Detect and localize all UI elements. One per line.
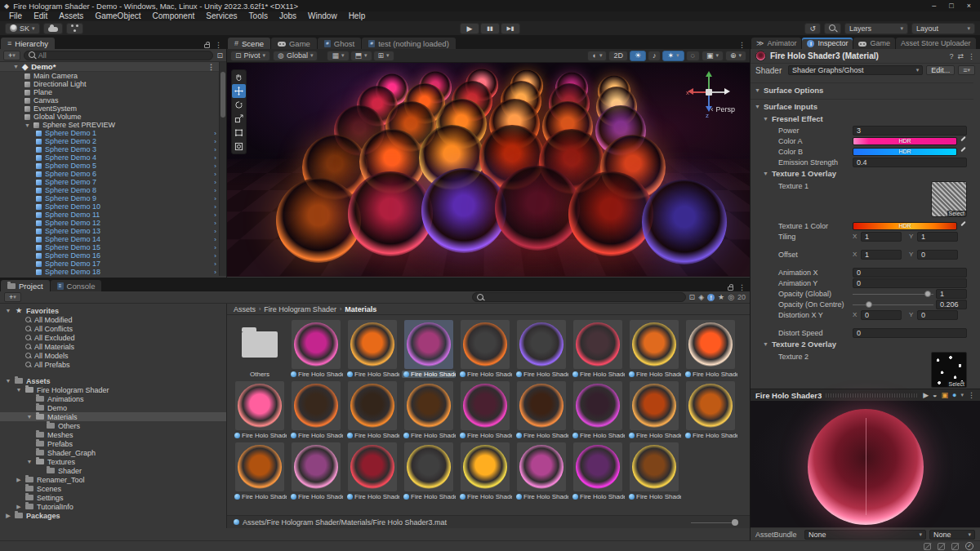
hierarchy-item-prefab[interactable]: Sphere Demo 4› — [0, 153, 226, 162]
hierarchy-add-button[interactable]: + ▾ — [3, 51, 20, 60]
asset-material[interactable]: Fire Holo Shader11 — [346, 381, 399, 439]
hierarchy-item[interactable]: ▼Sphere Set PREVIEW — [0, 121, 226, 129]
play-button[interactable]: ▶ — [460, 23, 479, 34]
asset-material[interactable]: Fire Holo Shader5 — [515, 320, 568, 378]
shader-menu-button[interactable]: ≡▾ — [958, 65, 975, 75]
tree-item-shader-graph[interactable]: Shader_Graph — [0, 448, 226, 457]
asset-material[interactable]: Fire Holo Shader12 — [403, 381, 455, 439]
texture-select-button[interactable]: Select — [947, 381, 966, 387]
hierarchy-search-input[interactable]: All — [24, 51, 214, 60]
scene-sphere[interactable] — [568, 171, 653, 256]
global-dropdown[interactable]: ◍Global▾ — [273, 51, 318, 61]
tab-project[interactable]: Project — [1, 280, 50, 291]
hierarchy-item-prefab[interactable]: Sphere Demo 14› — [0, 235, 226, 243]
close-button[interactable]: × — [967, 2, 971, 10]
hierarchy-item[interactable]: Plane — [0, 88, 226, 96]
eyedropper-icon[interactable] — [960, 222, 967, 229]
chevron-down-icon[interactable]: ▾ — [960, 392, 964, 398]
material-preview[interactable] — [751, 401, 980, 527]
scene-header-row[interactable]: ▼ ◆ Demo* ⋮ — [0, 62, 226, 72]
slider-track[interactable] — [853, 300, 933, 309]
asset-material[interactable]: Fire Holo Shader21 — [403, 442, 455, 500]
pause-button[interactable]: ▮▮ — [480, 23, 500, 34]
asset-material[interactable]: Fire Holo Shader18 — [234, 442, 286, 500]
asset-material[interactable]: Fire Holo Shader8 — [684, 320, 737, 378]
menu-window[interactable]: Window — [302, 11, 343, 21]
auto-lighting-off-icon[interactable] — [924, 543, 931, 550]
tree-item-favorites[interactable]: ▼★Favorites — [0, 306, 226, 315]
tree-item-all-models[interactable]: All Models — [0, 351, 226, 360]
preview-shaded-icon[interactable]: ◒ — [933, 391, 937, 399]
picker-icon[interactable]: ⊡ — [216, 51, 223, 60]
y-field[interactable]: 0 — [917, 310, 958, 320]
tree-item-meshes[interactable]: Meshes — [0, 430, 226, 439]
y-field[interactable]: 1 — [917, 232, 958, 242]
x-field[interactable]: 1 — [861, 232, 902, 242]
color-swatch[interactable]: HDR — [853, 148, 957, 156]
asset-material[interactable]: Fire Holo Shader1 — [290, 320, 342, 378]
undo-history-button[interactable]: ↺ — [804, 23, 821, 34]
tab-console[interactable]: ≡ Console — [51, 280, 102, 291]
search-save-icon[interactable]: ! — [707, 294, 715, 301]
account-button[interactable]: SK ▾ — [5, 23, 40, 34]
hierarchy-item-prefab[interactable]: Sphere Demo 2› — [0, 137, 226, 145]
menu-jobs[interactable]: Jobs — [274, 11, 302, 21]
menu-file[interactable]: File — [3, 11, 28, 21]
tree-item-textures[interactable]: ▼Textures — [0, 457, 226, 466]
presets-icon[interactable]: ⇄ — [957, 52, 964, 60]
scene-sphere[interactable] — [642, 180, 727, 264]
scene-sphere[interactable] — [348, 171, 433, 256]
tree-item-animations[interactable]: Animations — [0, 394, 226, 403]
tree-item-materials[interactable]: ▼Materials — [0, 412, 226, 421]
hierarchy-item-prefab[interactable]: Sphere Demo 13› — [0, 227, 226, 235]
tab-game[interactable]: Game — [853, 38, 895, 49]
asset-material[interactable]: Fire Holo Shader17 — [684, 381, 737, 439]
hierarchy-scrollbar[interactable] — [219, 62, 226, 276]
hierarchy-item[interactable]: EventSystem — [0, 104, 226, 113]
hierarchy-item-prefab[interactable]: Sphere Demo 11› — [0, 211, 226, 219]
favorite-search-icon[interactable]: ★ — [718, 293, 724, 301]
menu-assets[interactable]: Assets — [53, 11, 89, 21]
hierarchy-item-prefab[interactable]: Sphere Demo 1› — [0, 129, 226, 137]
help-icon[interactable]: ? — [949, 52, 953, 60]
shader-dropdown[interactable]: Shader Graphs/Ghost ▾ — [788, 65, 923, 75]
tab-hierarchy[interactable]: ≡ Hierarchy — [1, 38, 55, 49]
menu-services[interactable]: Services — [200, 11, 243, 21]
slider-value-field[interactable]: 1 — [936, 289, 967, 299]
texture-thumbnail[interactable]: Select — [931, 352, 967, 388]
search-button[interactable] — [824, 23, 841, 34]
hierarchy-item[interactable]: Main Camera — [0, 72, 226, 80]
assetbundle-dropdown[interactable]: None ▾ — [804, 530, 926, 540]
tab-test[interactable]: #test (nothing loaded) — [362, 38, 456, 49]
value-field[interactable]: 0 — [853, 268, 967, 278]
gizmo-center[interactable] — [706, 89, 712, 96]
tab-inspector[interactable]: iInspector — [802, 38, 853, 49]
project-add-button[interactable]: + ▾ — [4, 292, 21, 302]
menu-tools[interactable]: Tools — [243, 11, 274, 21]
rotate-tool[interactable] — [232, 98, 246, 112]
tree-item-all-modified[interactable]: All Modified — [0, 315, 226, 324]
eyedropper-icon[interactable] — [960, 148, 967, 155]
hierarchy-item[interactable]: Global Volume — [0, 113, 226, 121]
color-swatch[interactable]: HDR — [853, 222, 957, 230]
asset-material[interactable]: Fire Holo Shader9 — [234, 381, 286, 439]
asset-material[interactable]: Fire Holo Shader2 — [346, 320, 399, 378]
search-by-type-icon[interactable]: ⊡ — [689, 293, 696, 301]
asset-material[interactable]: Fire Holo Shader16 — [628, 381, 680, 439]
value-field[interactable]: 0.4 — [853, 158, 967, 167]
hierarchy-item-prefab[interactable]: Sphere Demo 7› — [0, 178, 226, 186]
hierarchy-item-prefab[interactable]: Sphere Demo 10› — [0, 202, 226, 211]
hierarchy-item-prefab[interactable]: Sphere Demo 6› — [0, 170, 226, 178]
slider-knob[interactable] — [924, 291, 931, 297]
asset-material[interactable]: Fire Holo Shader3 — [403, 320, 455, 378]
asset-material[interactable]: Fire Holo Shader... — [346, 442, 399, 500]
value-field[interactable]: 3 — [853, 126, 967, 136]
slider-track[interactable] — [853, 290, 933, 298]
preview-drag-handle[interactable] — [826, 393, 919, 398]
camera-dropdown[interactable]: ▣▾ — [702, 51, 724, 61]
tree-item-all-materials[interactable]: All Materials — [0, 342, 226, 351]
section-surface-inputs[interactable]: ▼Surface Inputs — [751, 99, 973, 113]
asset-material[interactable]: Fire Holo Shader... — [515, 442, 568, 500]
asset-material[interactable]: Fire Holo Shader15 — [572, 381, 624, 439]
texture-select-button[interactable]: Select — [947, 211, 966, 216]
